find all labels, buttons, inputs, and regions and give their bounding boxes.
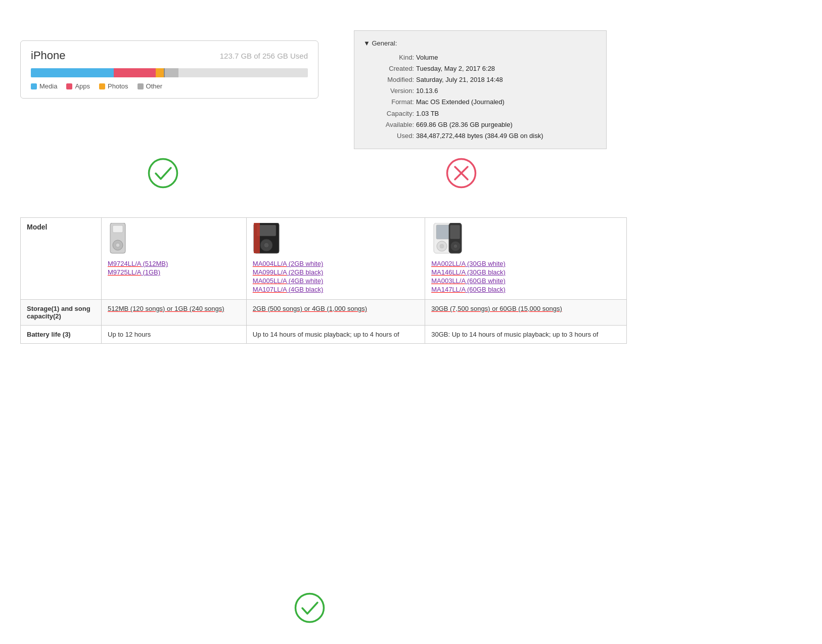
link-MA004[interactable]: MA004LL/A (2GB white) [253, 260, 419, 267]
storage-col3: 2GB (500 songs) or 4GB (1,000 songs) [246, 300, 425, 326]
link-M9724-text: M9724LL/A [108, 260, 141, 267]
apps-label: Apps [75, 82, 90, 90]
storage-label: Storage(1) and song capacity(2) [27, 305, 90, 320]
comparison-table: Model M9724LL/A (512MB) M9725LL/A (1GB) [20, 217, 627, 344]
svg-point-19 [453, 244, 458, 248]
battery-col4: 30GB: Up to 14 hours of music playback; … [425, 326, 627, 344]
value-format: Mac OS Extended (Journaled) [416, 97, 505, 108]
battery-label: Battery life (3) [27, 331, 71, 338]
storage-bar [31, 68, 308, 77]
link-MA002[interactable]: MA002LL/A (30GB white) [431, 260, 620, 267]
check-icon-green-bottom [293, 591, 326, 624]
link-M9724[interactable]: M9724LL/A (512MB) [108, 260, 240, 267]
legend-apps: Apps [66, 82, 90, 90]
link-MA002-text: MA002LL/A [431, 260, 465, 267]
general-row-format: Format: Mac OS Extended (Journaled) [363, 97, 597, 108]
battery-header-cell: Battery life (3) [21, 326, 102, 344]
label-created: Created: [363, 63, 414, 74]
svg-point-0 [149, 159, 177, 188]
general-info-panel: ▼ General: Kind: Volume Created: Tuesday… [354, 30, 607, 149]
legend-media: Media [31, 82, 57, 90]
battery-col3-text: Up to 14 hours of music playback; up to … [253, 331, 399, 338]
other-label: Other [146, 82, 163, 90]
photos-dot [99, 83, 105, 89]
ipod-video-image [431, 223, 464, 256]
bar-apps [114, 68, 155, 77]
model-col3: MA004LL/A (2GB white) MA099LL/A (2GB bla… [246, 218, 425, 300]
apps-dot [66, 83, 72, 89]
link-MA107[interactable]: MA107LL/A (4GB black) [253, 286, 419, 293]
general-row-capacity: Capacity: 1.03 TB [363, 108, 597, 119]
storage-legend: Media Apps Photos Other [31, 82, 308, 90]
battery-col2-text: Up to 12 hours [108, 331, 151, 338]
model-header-cell: Model [21, 218, 102, 300]
battery-col4-text: 30GB: Up to 14 hours of music playback; … [431, 331, 598, 338]
label-format: Format: [363, 97, 414, 108]
ipod-mini-2-image [253, 223, 281, 256]
label-used: Used: [363, 130, 414, 142]
svg-point-13 [264, 243, 269, 248]
label-version: Version: [363, 85, 414, 97]
iphone-device-name: iPhone [31, 49, 66, 62]
link-MA099-text: MA099LL/A [253, 268, 287, 276]
label-capacity: Capacity: [363, 108, 414, 119]
link-MA146-text: MA146LL/A [431, 268, 465, 276]
value-kind: Volume [416, 52, 438, 63]
check-icon-green [147, 157, 179, 190]
link-MA099[interactable]: MA099LL/A (2GB black) [253, 268, 419, 276]
storage-col2: 512MB (120 songs) or 1GB (240 songs) [102, 300, 247, 326]
value-created: Tuesday, May 2, 2017 6:28 [416, 63, 495, 74]
svg-rect-17 [450, 225, 460, 239]
general-row-kind: Kind: Volume [363, 52, 597, 63]
general-row-modified: Modified: Saturday, July 21, 2018 14:48 [363, 74, 597, 85]
link-MA146[interactable]: MA146LL/A (30GB black) [431, 268, 620, 276]
link-MA003-text: MA003LL/A [431, 277, 465, 285]
media-label: Media [39, 82, 57, 90]
link-M9725[interactable]: M9725LL/A (1GB) [108, 268, 240, 276]
svg-point-21 [440, 244, 444, 248]
model-col4: MA002LL/A (30GB white) MA146LL/A (30GB b… [425, 218, 627, 300]
legend-other: Other [138, 82, 163, 90]
table-row-storage: Storage(1) and song capacity(2) 512MB (1… [21, 300, 627, 326]
table-row-battery: Battery life (3) Up to 12 hours Up to 14… [21, 326, 627, 344]
ipod-mini-1-image [108, 223, 128, 256]
general-title: ▼ General: [363, 38, 597, 49]
battery-col2: Up to 12 hours [102, 326, 247, 344]
general-row-used: Used: 384,487,272,448 bytes (384.49 GB o… [363, 130, 597, 142]
value-capacity: 1.03 TB [416, 108, 439, 119]
model-label-text: Model [27, 223, 47, 231]
value-version: 10.13.6 [416, 85, 438, 97]
link-MA147-text: MA147LL/A [431, 286, 465, 293]
storage-col4-text: 30GB (7,500 songs) or 60GB (15,000 songs… [431, 305, 562, 312]
label-available: Available: [363, 119, 414, 130]
photos-label: Photos [108, 82, 128, 90]
legend-photos: Photos [99, 82, 128, 90]
link-MA147[interactable]: MA147LL/A (60GB black) [431, 286, 620, 293]
iphone-header: iPhone 123.7 GB of 256 GB Used [31, 49, 308, 62]
media-dot [31, 83, 37, 89]
value-used: 384,487,272,448 bytes (384.49 GB on disk… [416, 130, 543, 142]
general-rows: Kind: Volume Created: Tuesday, May 2, 20… [363, 52, 597, 142]
general-row-version: Version: 10.13.6 [363, 85, 597, 97]
link-MA107-text: MA107LL/A [253, 286, 287, 293]
storage-col4: 30GB (7,500 songs) or 60GB (15,000 songs… [425, 300, 627, 326]
bar-media [31, 68, 114, 77]
x-icon-red [445, 157, 478, 190]
svg-point-7 [116, 243, 120, 247]
label-kind: Kind: [363, 52, 414, 63]
model-col2: M9724LL/A (512MB) M9725LL/A (1GB) [102, 218, 247, 300]
storage-col3-text: 2GB (500 songs) or 4GB (1,000 songs) [253, 305, 367, 312]
link-MA005[interactable]: MA005LL/A (4GB white) [253, 277, 419, 285]
general-row-created: Created: Tuesday, May 2, 2017 6:28 [363, 63, 597, 74]
storage-header-cell: Storage(1) and song capacity(2) [21, 300, 102, 326]
general-row-available: Available: 669.86 GB (28.36 GB purgeable… [363, 119, 597, 130]
label-modified: Modified: [363, 74, 414, 85]
iphone-storage-card: iPhone 123.7 GB of 256 GB Used Media App… [20, 40, 318, 99]
bar-other [165, 68, 178, 77]
battery-col3: Up to 14 hours of music playback; up to … [246, 326, 425, 344]
link-M9725-text: M9725LL/A [108, 268, 141, 276]
iphone-storage-text: 123.7 GB of 256 GB Used [220, 52, 308, 60]
link-MA004-text: MA004LL/A [253, 260, 287, 267]
table-row-model: Model M9724LL/A (512MB) M9725LL/A (1GB) [21, 218, 627, 300]
link-MA003[interactable]: MA003LL/A (60GB white) [431, 277, 620, 285]
